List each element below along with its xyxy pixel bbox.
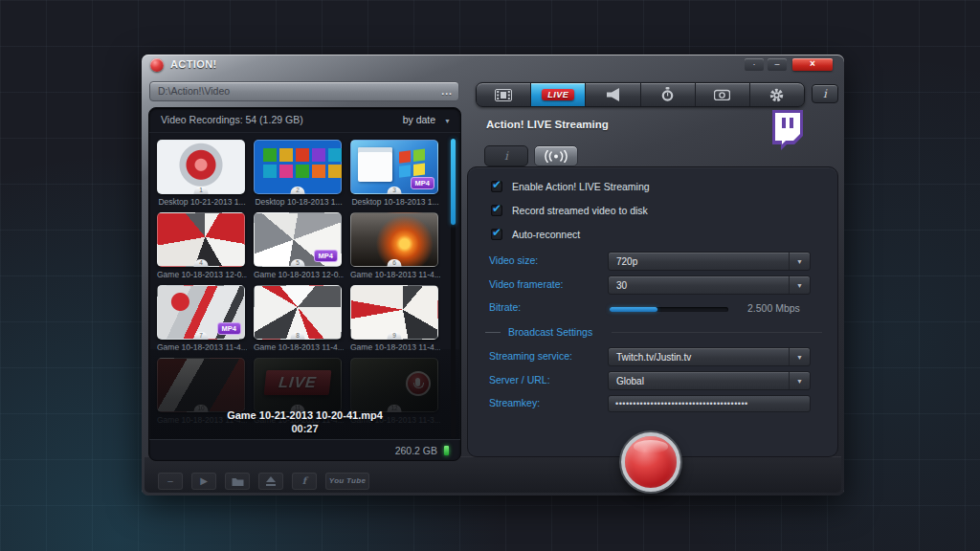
minimize-tray-button[interactable]: · bbox=[745, 58, 764, 71]
video-size-value: 720p bbox=[616, 256, 637, 267]
video-thumbnail[interactable]: 6 Game 10-18-2013 11-4... bbox=[350, 212, 442, 285]
checkbox-enable-live[interactable]: Enable Action! LIVE Streaming bbox=[491, 181, 650, 192]
streaming-service-dropdown[interactable]: Twitch.tv/Justin.tv ▼ bbox=[608, 347, 811, 366]
live-settings-panel: Enable Action! LIVE Streaming Record str… bbox=[467, 166, 838, 457]
chevron-down-icon: ▼ bbox=[789, 253, 810, 270]
server-url-dropdown[interactable]: Global ▼ bbox=[608, 371, 811, 390]
chevron-down-icon: ▼ bbox=[789, 348, 810, 365]
stopwatch-icon bbox=[660, 87, 675, 102]
server-url-value: Global bbox=[616, 376, 644, 386]
tab-recordings[interactable] bbox=[477, 83, 531, 106]
live-tab-label: LIVE bbox=[542, 89, 574, 100]
streaming-service-value: Twitch.tv/Justin.tv bbox=[616, 352, 691, 363]
video-thumbnail[interactable]: 8 Game 10-18-2013 11-4... bbox=[254, 285, 345, 358]
checkbox-record-to-disk[interactable]: Record streamed video to disk bbox=[491, 205, 648, 216]
bitrate-slider[interactable] bbox=[610, 307, 728, 312]
title-bar[interactable]: ACTION! · – × bbox=[142, 55, 844, 76]
youtube-upload-button[interactable]: You Tube bbox=[325, 473, 369, 490]
chevron-down-icon: ▼ bbox=[444, 118, 451, 124]
streamkey-field[interactable]: •••••••••••••••••••••••••••••••••••••• bbox=[608, 395, 811, 412]
video-framerate-dropdown[interactable]: 30 ▼ bbox=[608, 276, 811, 295]
minimize-button[interactable]: – bbox=[768, 58, 787, 71]
folder-icon bbox=[232, 476, 244, 487]
chevron-down-icon: ▼ bbox=[789, 372, 810, 389]
checkbox-label: Record streamed video to disk bbox=[512, 205, 648, 216]
video-size-dropdown[interactable]: 720p ▼ bbox=[608, 252, 811, 271]
thumbnail-number: 12 bbox=[388, 405, 402, 412]
server-url-label: Server / URL: bbox=[489, 374, 550, 386]
video-thumbnail[interactable]: 1 Desktop 10-21-2013 1... bbox=[157, 140, 249, 212]
video-framerate-value: 30 bbox=[616, 280, 627, 291]
scrollbar-thumb[interactable] bbox=[451, 139, 456, 225]
thumbnail-label: Game 10-18-2013 11-3... bbox=[350, 415, 440, 425]
thumbnail-number: 4 bbox=[194, 259, 209, 267]
play-button[interactable]: ▶ bbox=[191, 473, 216, 490]
thumbnail-number: 2 bbox=[291, 187, 305, 194]
tab-screenshots[interactable] bbox=[696, 83, 750, 106]
open-folder-button[interactable] bbox=[225, 473, 250, 490]
subtab-info[interactable]: i bbox=[484, 145, 528, 166]
free-space-value: 260.2 GB bbox=[395, 445, 437, 456]
video-thumbnail[interactable]: MP4 7 Game 10-18-2013 11-4... bbox=[157, 285, 249, 358]
tab-settings[interactable] bbox=[750, 83, 804, 106]
record-button[interactable] bbox=[621, 432, 680, 492]
action-logo-icon bbox=[150, 58, 164, 72]
action-app-window: ACTION! · – × D:\Action!\Video ... Video… bbox=[142, 55, 844, 496]
thumbnail-image: 4 bbox=[157, 212, 245, 267]
thumbnail-image: 6 bbox=[350, 212, 438, 267]
sort-dropdown[interactable]: by date ▼ bbox=[403, 114, 451, 125]
tab-benchmark[interactable] bbox=[641, 83, 696, 106]
checkbox-label: Enable Action! LIVE Streaming bbox=[512, 181, 650, 192]
live-badge: LIVE bbox=[264, 370, 332, 395]
info-button[interactable]: i bbox=[812, 84, 838, 103]
tab-live-streaming[interactable]: LIVE bbox=[531, 83, 586, 106]
video-thumbnail[interactable]: 2 Desktop 10-18-2013 1... bbox=[254, 140, 345, 212]
facebook-upload-button[interactable]: f bbox=[292, 473, 317, 490]
checkbox[interactable] bbox=[491, 181, 502, 192]
checkbox-auto-reconnect[interactable]: Auto-reconnect bbox=[491, 229, 580, 240]
eject-up-icon bbox=[265, 476, 277, 487]
video-thumbnail[interactable]: 9 Game 10-18-2013 11-4... bbox=[350, 285, 442, 358]
tab-audio[interactable] bbox=[586, 83, 640, 106]
thumbnail-image: 9 bbox=[350, 285, 438, 340]
twitch-logo bbox=[766, 109, 804, 151]
output-path-field[interactable]: D:\Action!\Video ... bbox=[149, 81, 459, 101]
thumbnail-label: Desktop 10-18-2013 1... bbox=[350, 197, 440, 207]
bitrate-value: 2.500 Mbps bbox=[747, 302, 800, 314]
format-badge: MP4 bbox=[411, 177, 434, 189]
video-thumbnail[interactable]: 10 Game 10-18-2013 11-4... bbox=[157, 358, 249, 430]
thumbnail-number: 6 bbox=[388, 259, 402, 267]
video-framerate-label: Video framerate: bbox=[489, 278, 563, 290]
video-thumbnail[interactable]: MP4 5 Game 10-18-2013 12-0... bbox=[254, 212, 345, 285]
video-thumbnail[interactable]: 4 Game 10-18-2013 12-0... bbox=[157, 212, 249, 285]
recordings-count: Video Recordings: 54 (1.29 GB) bbox=[161, 114, 303, 125]
chevron-down-icon: ▼ bbox=[789, 276, 810, 294]
filmstrip-icon bbox=[495, 89, 512, 101]
gear-icon bbox=[769, 88, 784, 102]
thumbnail-number: 10 bbox=[194, 405, 209, 412]
thumbnail-grid: 1 Desktop 10-21-2013 1... 2 Desktop 10-1… bbox=[157, 140, 447, 430]
delete-button[interactable]: – bbox=[158, 473, 183, 490]
thumbnail-image: 2 bbox=[254, 140, 342, 194]
checkbox[interactable] bbox=[491, 205, 502, 216]
thumbnail-label: Game 10-18-2013 11-4... bbox=[254, 342, 344, 352]
export-button[interactable] bbox=[258, 473, 283, 490]
video-thumbnail[interactable]: LIVE 11 Game 10-18-2013 11-4... bbox=[254, 358, 345, 430]
video-thumbnail[interactable]: 12 Game 10-18-2013 11-3... bbox=[350, 358, 442, 430]
video-size-label: Video size: bbox=[489, 254, 538, 266]
bitrate-slider-fill bbox=[610, 307, 657, 312]
recordings-header: Video Recordings: 54 (1.29 GB) by date ▼ bbox=[149, 108, 460, 133]
thumbnail-number: 1 bbox=[194, 187, 209, 194]
close-button[interactable]: × bbox=[792, 58, 833, 71]
browse-button[interactable]: ... bbox=[441, 82, 453, 100]
thumbnail-label: Desktop 10-18-2013 1... bbox=[254, 197, 344, 207]
subtab-broadcast[interactable] bbox=[534, 145, 578, 166]
scrollbar-track[interactable] bbox=[451, 137, 456, 439]
window-title: ACTION! bbox=[170, 58, 217, 70]
format-badge: MP4 bbox=[314, 250, 338, 262]
format-badge: MP4 bbox=[217, 322, 241, 335]
checkbox[interactable] bbox=[491, 229, 502, 240]
video-thumbnail[interactable]: MP4 3 Desktop 10-18-2013 1... bbox=[350, 140, 442, 212]
thumbnail-number: 9 bbox=[388, 332, 402, 340]
desktop-background: ACTION! · – × D:\Action!\Video ... Video… bbox=[0, 0, 980, 551]
